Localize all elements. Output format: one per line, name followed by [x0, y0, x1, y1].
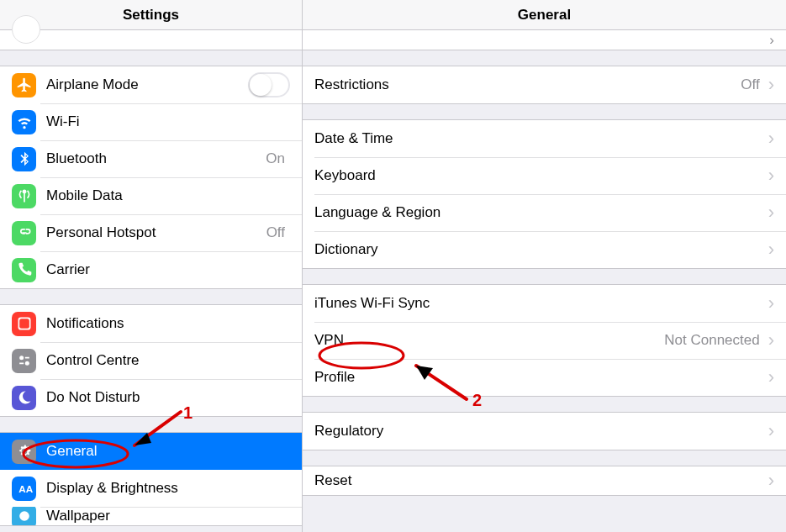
chevron-right-icon: ›: [768, 331, 774, 350]
bluetooth-value: On: [266, 150, 285, 167]
gear-icon: [12, 440, 36, 464]
sidebar-item-general[interactable]: General: [0, 433, 302, 470]
airplane-toggle[interactable]: [248, 72, 290, 97]
chevron-right-icon: ›: [768, 240, 774, 259]
hotspot-label: Personal Hotspot: [46, 224, 266, 241]
chevron-right-icon: ›: [768, 129, 774, 148]
detail-item-profile[interactable]: Profile ›: [303, 359, 786, 396]
carrier-label: Carrier: [46, 261, 290, 278]
notifications-icon: [12, 312, 36, 336]
mobile-data-label: Mobile Data: [46, 187, 290, 204]
settings-sidebar: Settings Airplane Mode Wi-Fi Bluetooth: [0, 0, 303, 532]
profile-label: Profile: [314, 369, 765, 386]
chevron-right-icon: ›: [768, 471, 774, 490]
display-label: Display & Brightness: [46, 480, 290, 497]
detail-item-regulatory[interactable]: Regulatory ›: [303, 413, 786, 450]
detail-item-itunes-sync[interactable]: iTunes Wi-Fi Sync ›: [303, 285, 786, 322]
sidebar-item-display[interactable]: AA Display & Brightness: [0, 470, 302, 507]
sidebar-item-wifi[interactable]: Wi-Fi: [0, 103, 302, 140]
chevron-right-icon: ›: [768, 76, 774, 94]
restrictions-value: Off: [741, 76, 759, 93]
restrictions-label: Restrictions: [314, 76, 741, 93]
svg-rect-1: [19, 319, 29, 329]
bluetooth-label: Bluetooth: [46, 150, 266, 167]
sidebar-title: Settings: [0, 0, 302, 30]
language-label: Language & Region: [314, 204, 765, 221]
chevron-right-icon: ›: [768, 422, 774, 440]
detail-group-restrictions: Restrictions Off ›: [303, 66, 786, 104]
chevron-right-icon: ›: [768, 166, 774, 185]
wifi-label: Wi-Fi: [46, 113, 290, 130]
dnd-label: Do Not Disturb: [46, 389, 290, 406]
airplane-icon: [12, 73, 36, 97]
dictionary-label: Dictionary: [314, 241, 765, 258]
sidebar-group-general: General AA Display & Brightness Wallpape…: [0, 432, 302, 526]
wallpaper-icon: [12, 507, 36, 525]
detail-group-locale: Date & Time › Keyboard › Language & Regi…: [303, 119, 786, 269]
regulatory-label: Regulatory: [314, 423, 765, 440]
sidebar-item-airplane[interactable]: Airplane Mode: [0, 66, 302, 103]
chevron-right-icon: ›: [768, 294, 774, 313]
link-icon: [12, 221, 36, 245]
sidebar-item-carrier[interactable]: Carrier: [0, 251, 302, 288]
sidebar-item-bluetooth[interactable]: Bluetooth On: [0, 140, 302, 177]
detail-item-keyboard[interactable]: Keyboard ›: [303, 157, 786, 194]
reset-label: Reset: [314, 472, 765, 489]
control-centre-icon: [12, 349, 36, 373]
airplane-label: Airplane Mode: [46, 76, 248, 93]
sidebar-item-dnd[interactable]: Do Not Disturb: [0, 379, 302, 416]
svg-point-5: [19, 511, 29, 521]
chevron-right-icon: ›: [769, 32, 774, 49]
svg-point-2: [19, 356, 24, 360]
notifications-label: Notifications: [46, 315, 290, 332]
general-detail-pane: General x › Restrictions Off › Date & Ti…: [303, 0, 786, 532]
sidebar-item-notifications[interactable]: Notifications: [0, 305, 302, 342]
detail-group-regulatory: Regulatory ›: [303, 412, 786, 450]
svg-text:AA: AA: [18, 483, 33, 494]
control-centre-label: Control Centre: [46, 352, 290, 369]
sidebar-item-hotspot[interactable]: Personal Hotspot Off: [0, 214, 302, 251]
chevron-right-icon: ›: [768, 368, 774, 387]
keyboard-label: Keyboard: [314, 167, 765, 184]
vpn-label: VPN: [314, 332, 664, 349]
sidebar-item-mobile-data[interactable]: Mobile Data: [0, 177, 302, 214]
detail-item-bg-refresh-partial[interactable]: x ›: [303, 30, 786, 50]
vpn-value: Not Connected: [664, 332, 759, 349]
general-label: General: [46, 443, 290, 460]
hotspot-value: Off: [266, 224, 285, 241]
sidebar-item-control-centre[interactable]: Control Centre: [0, 342, 302, 379]
display-icon: AA: [12, 477, 36, 501]
antenna-icon: [12, 184, 36, 208]
moon-icon: [12, 386, 36, 410]
itunes-label: iTunes Wi-Fi Sync: [314, 295, 765, 312]
wallpaper-label: Wallpaper: [46, 508, 290, 524]
sidebar-partial-account-row[interactable]: [0, 30, 302, 50]
detail-item-vpn[interactable]: VPN Not Connected ›: [303, 322, 786, 359]
bluetooth-icon: [12, 147, 36, 171]
chevron-right-icon: ›: [768, 203, 774, 222]
detail-item-dictionary[interactable]: Dictionary ›: [303, 231, 786, 268]
detail-item-reset[interactable]: Reset ›: [303, 466, 786, 495]
svg-point-3: [24, 361, 29, 366]
detail-group-sync: iTunes Wi-Fi Sync › VPN Not Connected › …: [303, 284, 786, 397]
wifi-icon: [12, 110, 36, 134]
phone-icon: [12, 258, 36, 282]
detail-group-reset: Reset ›: [303, 466, 786, 496]
sidebar-group-alerts: Notifications Control Centre Do Not Dist…: [0, 304, 302, 417]
sidebar-item-wallpaper[interactable]: Wallpaper: [0, 507, 302, 525]
detail-item-datetime[interactable]: Date & Time ›: [303, 120, 786, 157]
sidebar-group-connectivity: Airplane Mode Wi-Fi Bluetooth On Mobile …: [0, 66, 302, 289]
datetime-label: Date & Time: [314, 130, 765, 147]
settings-split-view: Settings Airplane Mode Wi-Fi Bluetooth: [0, 0, 786, 532]
detail-item-restrictions[interactable]: Restrictions Off ›: [303, 66, 786, 103]
detail-title: General: [303, 0, 786, 30]
avatar: [12, 15, 40, 44]
detail-item-language[interactable]: Language & Region ›: [303, 194, 786, 231]
